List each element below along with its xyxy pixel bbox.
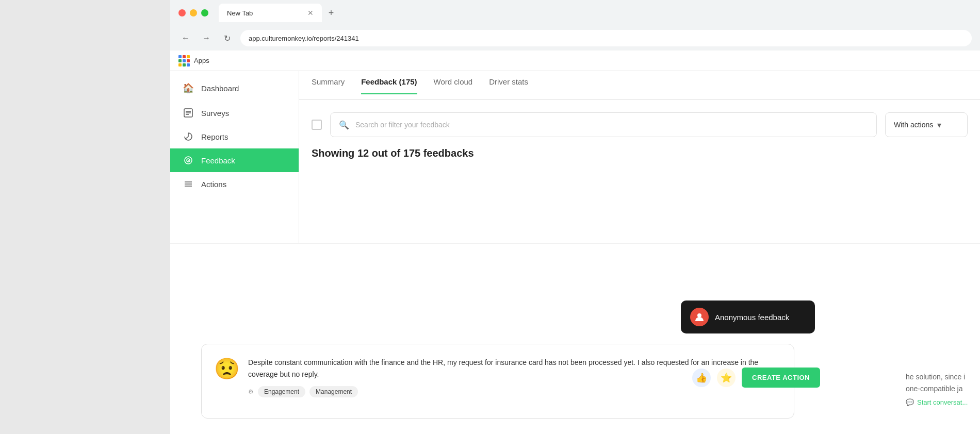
sidebar-item-surveys[interactable]: Surveys — [170, 101, 299, 125]
new-tab-button[interactable]: + — [324, 6, 338, 20]
select-all-checkbox[interactable] — [312, 120, 322, 130]
sentiment-emoji: 😟 — [214, 357, 240, 381]
maximize-button[interactable] — [201, 9, 208, 16]
minimize-button[interactable] — [190, 9, 197, 16]
svg-point-6 — [188, 160, 189, 161]
anonymous-user-icon — [690, 308, 709, 326]
feedback-icon — [183, 156, 194, 165]
svg-point-10 — [697, 313, 701, 318]
anonymous-feedback-label: Anonymous feedback — [715, 313, 789, 322]
tab-wordcloud[interactable]: Word cloud — [434, 77, 473, 94]
traffic-lights — [178, 9, 208, 16]
forward-button[interactable]: → — [199, 31, 214, 45]
address-bar[interactable]: app.culturemonkey.io/reports/241341 — [240, 30, 972, 46]
filter-dropdown[interactable]: With actions ▾ — [885, 112, 968, 137]
tag-icon: ⚙ — [248, 388, 254, 395]
star-button[interactable]: ⭐ — [717, 369, 736, 387]
card-tags: ⚙ Engagement Management — [248, 386, 781, 397]
apps-bar: Apps — [170, 51, 980, 71]
close-button[interactable] — [178, 9, 186, 16]
title-bar: New Tab ✕ + — [170, 0, 980, 26]
sidebar-item-dashboard[interactable]: 🏠 Dashboard — [170, 75, 299, 101]
tab-navigation: Summary Feedback (175) Word cloud Driver… — [299, 71, 980, 100]
chat-icon: 💬 — [906, 398, 914, 406]
back-button[interactable]: ← — [178, 31, 193, 45]
chevron-down-icon: ▾ — [937, 120, 941, 130]
reports-icon — [183, 132, 194, 141]
like-button[interactable]: 👍 — [692, 369, 711, 387]
tab-bar: New Tab ✕ + — [215, 4, 338, 22]
start-conversation-link[interactable]: 💬 Start conversat... — [906, 398, 972, 406]
actions-icon — [183, 179, 194, 189]
sidebar-label-feedback: Feedback — [201, 156, 235, 165]
sidebar-item-actions[interactable]: Actions — [170, 172, 299, 196]
tab-driverstats[interactable]: Driver stats — [489, 77, 528, 94]
bottom-section: 😟 Despite constant communication with th… — [170, 243, 980, 434]
partial-text-2: one-compatible ja — [906, 383, 972, 394]
filter-row: 🔍 Search or filter your feedback With ac… — [312, 112, 968, 137]
filter-dropdown-label: With actions — [894, 121, 933, 129]
address-bar-row: ← → ↻ app.culturemonkey.io/reports/24134… — [170, 26, 980, 51]
tab-summary[interactable]: Summary — [312, 77, 345, 94]
apps-label: Apps — [194, 57, 209, 64]
tag-engagement[interactable]: Engagement — [258, 386, 305, 397]
search-box[interactable]: 🔍 Search or filter your feedback — [330, 112, 877, 137]
tag-management[interactable]: Management — [309, 386, 358, 397]
browser-tab[interactable]: New Tab ✕ — [219, 4, 322, 22]
home-icon: 🏠 — [183, 82, 194, 94]
search-placeholder: Search or filter your feedback — [355, 121, 450, 129]
surveys-icon — [183, 108, 194, 118]
tab-title: New Tab — [227, 9, 301, 17]
content-area: 🔍 Search or filter your feedback With ac… — [299, 100, 980, 184]
bottom-inner: 😟 Despite constant communication with th… — [170, 244, 980, 434]
sidebar-item-feedback[interactable]: Feedback — [170, 148, 299, 172]
create-action-button[interactable]: CREATE ACTION — [742, 368, 820, 388]
action-buttons-row: 👍 ⭐ CREATE ACTION — [692, 368, 820, 388]
sidebar-label-reports: Reports — [201, 132, 228, 141]
showing-count: Showing 12 out of 175 feedbacks — [312, 147, 968, 159]
star-icon: ⭐ — [721, 372, 732, 383]
thumbs-up-icon: 👍 — [696, 372, 707, 383]
sidebar-label-dashboard: Dashboard — [201, 84, 239, 93]
tab-close-icon[interactable]: ✕ — [307, 9, 314, 17]
sidebar-item-reports[interactable]: Reports — [170, 125, 299, 148]
tab-feedback[interactable]: Feedback (175) — [361, 77, 417, 94]
apps-icon[interactable] — [178, 55, 190, 66]
partial-text-1: he solution, since i — [906, 371, 972, 382]
sidebar-label-surveys: Surveys — [201, 109, 229, 118]
search-icon: 🔍 — [339, 120, 349, 130]
url-text: app.culturemonkey.io/reports/241341 — [249, 35, 359, 42]
sidebar-label-actions: Actions — [201, 180, 226, 189]
anonymous-feedback-tooltip: Anonymous feedback — [681, 301, 815, 333]
reload-button[interactable]: ↻ — [220, 31, 234, 45]
right-partial-card: he solution, since i one-compatible ja 💬… — [897, 359, 980, 419]
